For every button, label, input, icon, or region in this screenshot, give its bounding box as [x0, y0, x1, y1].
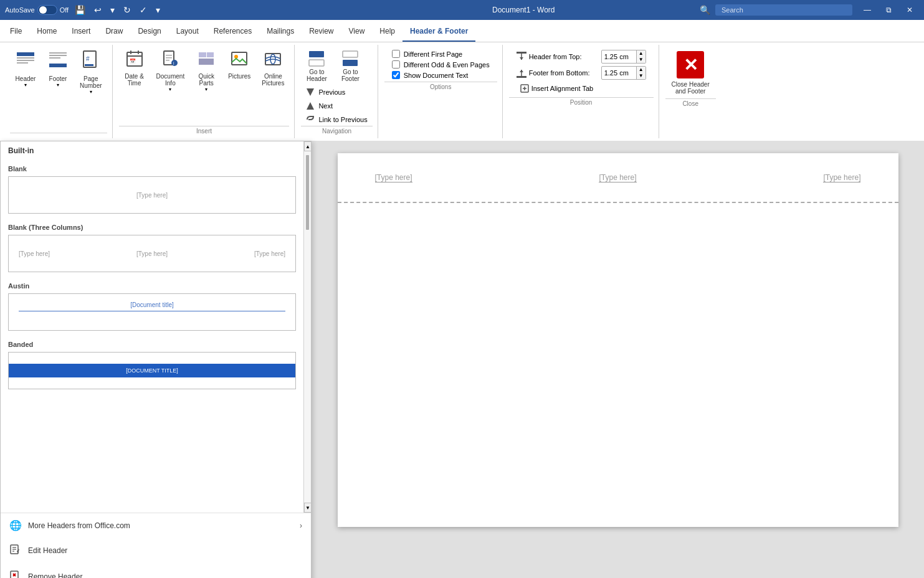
tab-design[interactable]: Design	[130, 22, 168, 42]
show-document-text-row[interactable]: Show Document Text	[392, 71, 490, 79]
dropdown-scroll-container: Built-in Blank [Type here] Blank (Three …	[1, 141, 311, 513]
dropdown-scroll-area[interactable]: Built-in Blank [Type here] Blank (Three …	[1, 141, 303, 513]
tab-view[interactable]: View	[341, 22, 373, 42]
document-header[interactable]: [Type here] [Type here] [Type here]	[338, 153, 898, 203]
remove-header-item[interactable]: Remove Header	[1, 564, 311, 578]
check-icon[interactable]: ✓	[137, 4, 150, 16]
go-to-header-button[interactable]: Go toHeader	[301, 47, 332, 85]
online-pictures-label: OnlinePictures	[262, 73, 284, 87]
footer-from-bottom-input-group: ▲ ▼	[601, 66, 646, 80]
built-in-label: Built-in	[1, 141, 303, 160]
more-headers-item[interactable]: 🌐 More Headers from Office.com ›	[1, 513, 311, 538]
footer-bottom-down-button[interactable]: ▼	[637, 73, 645, 79]
svg-rect-24	[199, 59, 214, 65]
previous-button[interactable]: Previous	[301, 86, 350, 98]
scroll-thumb[interactable]	[306, 155, 309, 230]
tab-help[interactable]: Help	[372, 22, 402, 42]
tab-insert[interactable]: Insert	[64, 22, 98, 42]
position-group-label: Position	[509, 97, 654, 107]
customize-icon[interactable]: ▾	[153, 4, 163, 16]
close-button[interactable]: ✕	[900, 3, 919, 17]
link-to-previous-button[interactable]: Link to Previous	[301, 113, 372, 126]
svg-text:#: #	[86, 55, 90, 62]
different-odd-even-checkbox[interactable]	[392, 60, 400, 69]
more-headers-arrow-icon: ›	[300, 521, 302, 530]
quick-parts-button[interactable]: QuickParts ▾	[191, 47, 222, 95]
link-to-previous-label: Link to Previous	[318, 116, 367, 123]
tab-references[interactable]: References	[206, 22, 259, 42]
online-pictures-icon	[264, 50, 282, 72]
header-button[interactable]: Header ▾	[10, 47, 41, 90]
tab-review[interactable]: Review	[302, 22, 341, 42]
ribbon-group-navigation: Go toHeader Go toFooter Previous Next Li…	[296, 45, 378, 138]
next-label: Next	[318, 102, 333, 110]
undo-dropdown-icon[interactable]: ▾	[108, 4, 117, 16]
svg-rect-4	[49, 52, 67, 54]
tab-header-footer[interactable]: Header & Footer	[402, 22, 475, 42]
close-header-footer-button[interactable]: ✕ Close Headerand Footer	[665, 47, 716, 98]
different-first-page-checkbox[interactable]	[392, 50, 400, 58]
document-body[interactable]	[338, 203, 898, 514]
header-placeholder-right[interactable]: [Type here]	[823, 173, 860, 182]
autosave-toggle[interactable]	[37, 5, 57, 15]
template-blank[interactable]: Blank [Type here]	[1, 160, 303, 219]
page-number-button[interactable]: # PageNumber ▾	[75, 47, 107, 97]
header-from-top-label-row: Header from Top:	[517, 52, 598, 62]
tab-draw[interactable]: Draw	[98, 22, 130, 42]
go-to-footer-button[interactable]: Go toFooter	[335, 47, 366, 85]
search-input[interactable]	[715, 4, 852, 16]
quick-parts-label: QuickParts	[198, 73, 214, 87]
svg-rect-30	[309, 60, 324, 66]
svg-rect-31	[343, 51, 358, 57]
ribbon-group-insert2: 📅 Date &Time i DocumentInfo ▾ QuickParts…	[114, 45, 295, 138]
undo-icon[interactable]: ↩	[92, 4, 104, 16]
template-banded[interactable]: Banded [DOCUMENT TITLE]	[1, 336, 303, 394]
tab-file[interactable]: File	[2, 22, 29, 42]
edit-header-item[interactable]: Edit Header	[1, 538, 311, 564]
header-from-top-label: Header from Top:	[529, 53, 582, 60]
navigation-buttons: Go toHeader Go toFooter Previous Next Li…	[301, 47, 372, 126]
header-dropdown-panel: Built-in Blank [Type here] Blank (Three …	[0, 141, 312, 578]
template-blank-three-columns[interactable]: Blank (Three Columns) [Type here] [Type …	[1, 219, 303, 277]
tab-layout[interactable]: Layout	[169, 22, 206, 42]
redo-icon[interactable]: ↻	[121, 4, 133, 16]
footer-from-bottom-label: Footer from Bottom:	[529, 69, 590, 77]
restore-button[interactable]: ⧉	[880, 3, 898, 17]
scroll-up-button[interactable]: ▲	[304, 141, 312, 151]
next-button[interactable]: Next	[301, 100, 338, 112]
show-document-text-checkbox[interactable]	[392, 71, 400, 79]
footer-from-bottom-input[interactable]	[602, 68, 636, 78]
insert2-group-label: Insert	[119, 126, 290, 136]
tab-home[interactable]: Home	[29, 22, 64, 42]
header-placeholder-center[interactable]: [Type here]	[599, 173, 636, 182]
previous-label: Previous	[318, 88, 345, 96]
svg-rect-13	[130, 50, 131, 54]
template-blank-placeholder: [Type here]	[136, 192, 168, 199]
svg-rect-17	[166, 55, 172, 56]
header-top-down-button[interactable]: ▼	[637, 57, 645, 63]
footer-button[interactable]: Footer ▾	[42, 47, 74, 90]
footer-bottom-up-button[interactable]: ▲	[637, 67, 645, 73]
document-info-button[interactable]: i DocumentInfo ▾	[151, 47, 190, 95]
tab-mailings[interactable]: Mailings	[259, 22, 302, 42]
pictures-button[interactable]: Pictures	[223, 47, 255, 82]
svg-rect-35	[517, 52, 526, 54]
date-time-button[interactable]: 📅 Date &Time	[119, 47, 150, 89]
header-from-top-input[interactable]	[602, 52, 636, 62]
save-icon[interactable]: 💾	[72, 4, 88, 16]
svg-rect-2	[17, 60, 34, 61]
svg-rect-38	[517, 76, 526, 78]
online-pictures-button[interactable]: OnlinePictures	[257, 47, 289, 89]
date-time-label: Date &Time	[125, 73, 144, 87]
insert-alignment-tab-button[interactable]: Insert Alignment Tab	[517, 82, 646, 95]
header-top-up-button[interactable]: ▲	[637, 50, 645, 57]
template-austin[interactable]: Austin [Document title]	[1, 277, 303, 336]
dropdown-scrollbar[interactable]: ▲ ▼	[303, 141, 311, 513]
header-placeholder-left[interactable]: [Type here]	[375, 173, 412, 182]
scroll-down-button[interactable]: ▼	[304, 503, 312, 513]
close-group-label: Close	[665, 98, 716, 108]
different-first-page-row[interactable]: Different First Page	[392, 50, 490, 58]
different-odd-even-row[interactable]: Different Odd & Even Pages	[392, 60, 490, 69]
minimize-button[interactable]: —	[857, 3, 877, 17]
svg-marker-37	[520, 57, 523, 60]
